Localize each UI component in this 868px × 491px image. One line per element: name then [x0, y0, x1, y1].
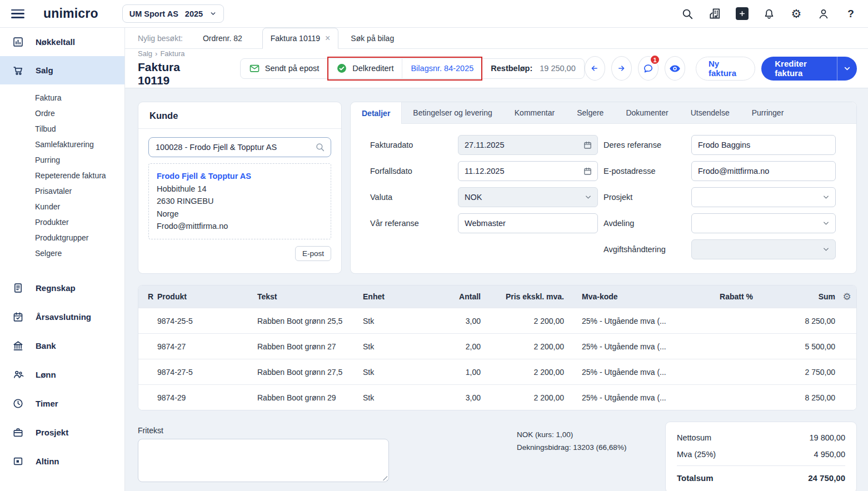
tab-betingelser-og-levering[interactable]: Betingelser og levering: [402, 102, 503, 123]
sidebar-item-arsavslutning[interactable]: Årsavslutning: [0, 302, 124, 331]
help-icon[interactable]: ?: [844, 7, 858, 21]
tab-sok-pa-bilag[interactable]: Søk på bilag: [351, 28, 394, 48]
tab-purringer[interactable]: Purringer: [741, 102, 795, 123]
previous-button[interactable]: [585, 56, 605, 81]
sidebar-subitem-kunder[interactable]: Kunder: [0, 199, 124, 214]
rest-amount-label: Restbeløp:: [491, 64, 532, 73]
email-address-input[interactable]: [692, 167, 835, 176]
voucher-link[interactable]: Bilagsnr. 84-2025: [402, 64, 482, 73]
sidebar-item-label: Nøkkeltall: [36, 37, 75, 47]
customer-name-link[interactable]: Frodo Fjell & Topptur AS: [157, 170, 323, 183]
table-row[interactable]: 9874-29 Rabben Boot grønn 29 Stk 3,00 2 …: [138, 384, 856, 410]
invoice-date-input[interactable]: [458, 141, 597, 149]
their-reference-field[interactable]: [691, 135, 836, 155]
search-icon[interactable]: [680, 7, 695, 21]
close-tab-icon[interactable]: ×: [325, 33, 330, 43]
credit-invoice-dropdown[interactable]: [837, 57, 857, 81]
create-new-icon[interactable]: [735, 7, 749, 21]
due-date-input[interactable]: [458, 167, 597, 176]
sidebar-subitem-produktgrupper[interactable]: Produktgrupper: [0, 230, 124, 246]
active-document-tab[interactable]: Faktura 10119 ×: [262, 28, 339, 49]
col-header-r[interactable]: R: [138, 292, 155, 301]
company-register-icon[interactable]: [707, 7, 722, 21]
cell-pris: 2 200,00: [483, 342, 566, 351]
sidebar-item-lonn[interactable]: Lønn: [0, 360, 124, 389]
sidebar-item-salg[interactable]: Salg: [0, 56, 124, 84]
page-header: Salg›Faktura Faktura 10119 Sendt på epos…: [125, 49, 868, 88]
tab-utsendelse[interactable]: Utsendelse: [680, 102, 741, 123]
col-header-produkt[interactable]: Produkt: [155, 292, 255, 301]
sidebar-salg-submenu: Faktura Ordre Tilbud Samlefakturering Pu…: [0, 84, 124, 265]
user-profile-icon[interactable]: [816, 7, 831, 21]
recent-tab-ordrenr[interactable]: Ordrenr. 82: [203, 28, 242, 48]
table-row[interactable]: 9874-27-5 Rabben Boot grønn 27,5 Stk 1,0…: [138, 359, 856, 384]
tab-dokumenter[interactable]: Dokumenter: [615, 102, 679, 123]
sidebar-item-timer[interactable]: Timer: [0, 389, 124, 418]
settings-gear-icon[interactable]: ⚙: [789, 7, 804, 21]
calendar-icon[interactable]: [583, 141, 592, 150]
cell-mva: 25% - Utgående mva (...: [566, 317, 694, 325]
fritekst-textarea[interactable]: [138, 439, 389, 482]
col-header-rabatt[interactable]: Rabatt %: [694, 292, 755, 301]
tab-selgere[interactable]: Selgere: [566, 102, 615, 123]
department-select[interactable]: [691, 213, 836, 233]
search-icon[interactable]: [315, 142, 325, 152]
col-header-tekst[interactable]: Tekst: [255, 292, 361, 301]
invoice-date-field[interactable]: [458, 135, 598, 155]
col-header-antall[interactable]: Antall: [416, 292, 483, 301]
table-settings-gear-icon[interactable]: ⚙: [836, 291, 857, 303]
sidebar-item-nokkeltall[interactable]: Nøkkeltall: [0, 28, 124, 56]
col-header-enhet[interactable]: Enhet: [361, 292, 416, 301]
sidebar-subitem-tilbud[interactable]: Tilbud: [0, 121, 124, 137]
comments-button[interactable]: 1: [638, 56, 659, 81]
cell-mva: 25% - Utgående mva (...: [566, 342, 694, 351]
sidebar-subitem-produkter[interactable]: Produkter: [0, 214, 124, 230]
cell-antall: 2,00: [416, 342, 483, 351]
project-select[interactable]: [691, 187, 836, 207]
field-label-var-referanse: Vår referanse: [370, 219, 458, 228]
customer-search-field[interactable]: [148, 137, 331, 157]
sidebar-item-bank[interactable]: Bank: [0, 331, 124, 360]
hamburger-menu-icon[interactable]: [11, 9, 24, 18]
email-address-field[interactable]: [691, 161, 836, 181]
credit-invoice-button[interactable]: Krediter faktura: [761, 57, 857, 81]
currency-select[interactable]: NOK: [458, 187, 598, 207]
col-header-sum[interactable]: Sum: [755, 292, 836, 301]
tab-detaljer[interactable]: Detaljer: [351, 102, 402, 124]
notifications-bell-icon[interactable]: [762, 7, 776, 21]
recently-visited-bar: Nylig besøkt: Ordrenr. 82 Faktura 10119 …: [125, 28, 868, 49]
sidebar-subitem-repeterende-faktura[interactable]: Repeterende faktura: [0, 168, 124, 183]
cell-sum: 5 500,00: [755, 342, 836, 351]
customer-search-input[interactable]: [149, 143, 315, 152]
table-row[interactable]: 9874-25-5 Rabben Boot grønn 25,5 Stk 3,0…: [138, 308, 856, 333]
col-header-pris[interactable]: Pris ekskl. mva.: [483, 292, 566, 301]
our-reference-input[interactable]: [458, 219, 597, 228]
sidebar-subitem-prisavtaler[interactable]: Prisavtaler: [0, 183, 124, 199]
col-header-mva-kode[interactable]: Mva-kode: [566, 292, 694, 301]
preview-button[interactable]: [665, 56, 685, 81]
their-reference-input[interactable]: [692, 141, 835, 149]
cell-antall: 3,00: [416, 317, 483, 325]
due-date-field[interactable]: [458, 161, 598, 181]
sidebar-subitem-ordre[interactable]: Ordre: [0, 106, 124, 121]
sidebar-subitem-selgere[interactable]: Selgere: [0, 246, 124, 261]
cell-mva: 25% - Utgående mva (...: [566, 368, 694, 377]
next-button[interactable]: [611, 56, 632, 81]
breadcrumb-parent[interactable]: Salg: [138, 49, 152, 58]
table-row[interactable]: 9874-27 Rabben Boot grønn 27 Stk 2,00 2 …: [138, 333, 856, 359]
email-button[interactable]: E-post: [295, 246, 331, 261]
company-selector[interactable]: UM Sport AS 2025: [122, 4, 224, 23]
tab-kommentar[interactable]: Kommentar: [503, 102, 566, 123]
sidebar-subitem-faktura[interactable]: Faktura: [0, 90, 124, 106]
sidebar-item-prosjekt[interactable]: Prosjekt: [0, 418, 124, 447]
bank-icon: [12, 340, 24, 352]
cell-enhet: Stk: [361, 393, 416, 402]
calendar-icon[interactable]: [583, 167, 592, 176]
vat-handling-select[interactable]: [691, 239, 836, 259]
new-invoice-button[interactable]: Ny faktura: [696, 57, 755, 81]
our-reference-field[interactable]: [458, 213, 598, 233]
sidebar-item-regnskap[interactable]: Regnskap: [0, 273, 124, 302]
sidebar-item-altinn[interactable]: Altinn: [0, 447, 124, 475]
sidebar-subitem-purring[interactable]: Purring: [0, 152, 124, 168]
sidebar-subitem-samlefakturering[interactable]: Samlefakturering: [0, 137, 124, 152]
